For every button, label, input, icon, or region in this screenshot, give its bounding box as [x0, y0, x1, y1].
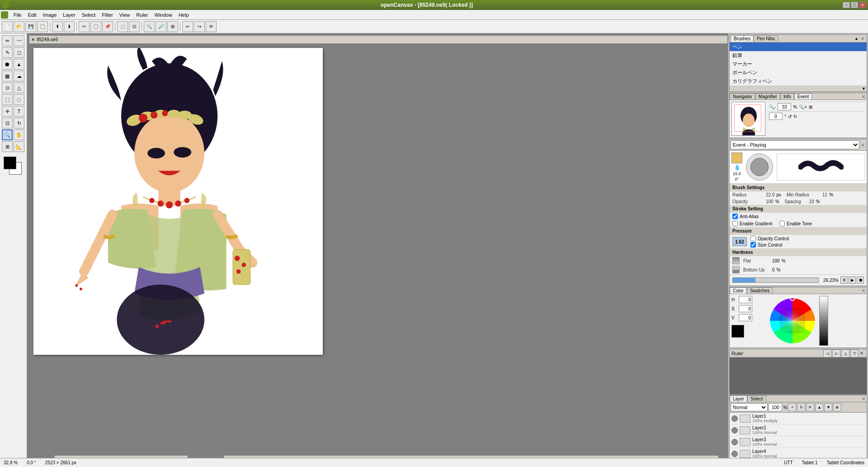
brightness-slider[interactable]	[819, 296, 828, 346]
layer-panel-close[interactable]: ✕	[860, 396, 867, 402]
deselect-button[interactable]: ⊡	[129, 21, 140, 32]
swatches-tab[interactable]: Swatches	[747, 287, 773, 294]
current-color-display[interactable]	[731, 325, 744, 338]
event-stop-btn[interactable]: ⏹	[857, 276, 864, 284]
bucket-tool[interactable]: ⬟	[2, 59, 13, 70]
nav-panel-close[interactable]: ✕	[860, 93, 867, 100]
dodge-tool[interactable]: ⊙	[2, 82, 13, 93]
brushes-scroll-down[interactable]: ▼	[862, 86, 866, 91]
new-button[interactable]: 📄	[2, 21, 13, 32]
ruler-tool[interactable]: 📐	[14, 141, 24, 152]
menu-view[interactable]: View	[117, 11, 133, 19]
magnifier-tab[interactable]: Magnifier	[755, 93, 780, 100]
enable-tone-checkbox[interactable]	[779, 221, 785, 226]
redo2-button[interactable]: ⟳	[206, 21, 217, 32]
save-button[interactable]: 💾	[25, 21, 36, 32]
event-pause-btn[interactable]: ⏸	[840, 276, 848, 284]
layer-opacity-input[interactable]	[769, 403, 782, 411]
menu-file[interactable]: File	[11, 11, 24, 19]
copy-button[interactable]: 📋	[90, 21, 101, 32]
anti-alias-checkbox[interactable]	[732, 214, 738, 219]
layer-new-btn[interactable]: +	[788, 403, 796, 411]
ruler-btn-4[interactable]: ▽	[850, 349, 859, 357]
layer-delete-btn[interactable]: ✕	[806, 403, 814, 411]
zoom-tool[interactable]: 🔍	[2, 129, 13, 140]
color-panel-close[interactable]: ✕	[860, 287, 867, 294]
nav-zoom-in-btn[interactable]: 🔍+	[799, 105, 807, 110]
brush-item-pen[interactable]: ペン	[730, 43, 867, 51]
event-dropdown[interactable]: Event - Playing	[731, 140, 859, 149]
color-wheel-svg[interactable]	[768, 296, 817, 346]
event-panel-close[interactable]: ✕	[859, 142, 866, 148]
gradient-tool[interactable]: ▦	[2, 71, 13, 81]
layer2-eye[interactable]	[731, 427, 738, 434]
pencil-tool[interactable]: ✎	[2, 47, 13, 58]
canvas-viewport[interactable]	[29, 43, 327, 360]
transform-tool[interactable]: ⊞	[2, 141, 13, 152]
color-tab[interactable]: Color	[730, 287, 747, 294]
pen-tool[interactable]: ✏	[2, 35, 13, 46]
nav-fit-btn[interactable]: ⊞	[809, 105, 812, 110]
brush-eyedropper-btn[interactable]: 💧	[731, 164, 742, 171]
airbrush-tool[interactable]: 〰	[14, 35, 24, 46]
brush-item-ballpen[interactable]: ボールペン	[730, 68, 867, 77]
move-tool[interactable]: ✛	[2, 106, 13, 117]
lasso-tool[interactable]: ◌	[14, 94, 24, 105]
event-play-btn[interactable]: ▶	[849, 276, 856, 284]
layer4-eye[interactable]	[731, 451, 738, 457]
rotate-tool[interactable]: ↻	[14, 118, 24, 129]
menu-layer[interactable]: Layer	[60, 11, 78, 19]
import-button[interactable]: ⬇	[64, 21, 75, 32]
hand-tool[interactable]: ✋	[14, 129, 24, 140]
brushes-panel-close[interactable]: ✕	[859, 35, 866, 42]
ruler-btn-1[interactable]: ◁	[823, 349, 831, 357]
selection-tool[interactable]: ⬚	[2, 94, 13, 105]
fit-button[interactable]: ⊞	[167, 21, 178, 32]
layer1-eye[interactable]	[731, 415, 738, 422]
crop-tool[interactable]: ⊡	[2, 118, 13, 129]
layer-item-layer1[interactable]: Layer1 100% Multiply	[730, 413, 867, 424]
foreground-color-box[interactable]	[4, 157, 16, 169]
menu-select[interactable]: Select	[79, 11, 99, 19]
menu-window[interactable]: Window	[152, 11, 175, 19]
minimize-button[interactable]: −	[843, 2, 850, 8]
select-tab[interactable]: Select	[747, 396, 766, 402]
info-tab[interactable]: Info	[780, 93, 794, 100]
nav-rotate-cw-btn[interactable]: ↻	[793, 114, 797, 119]
layer-item-layer3[interactable]: Layer3 100% Normal	[730, 436, 867, 448]
menu-help[interactable]: Help	[176, 11, 192, 19]
eraser-tool[interactable]: ◻	[14, 47, 24, 58]
maximize-button[interactable]: □	[851, 2, 858, 8]
ruler-btn-3[interactable]: △	[841, 349, 849, 357]
opacity-control-checkbox[interactable]	[750, 236, 756, 241]
close-button[interactable]: ✕	[859, 2, 866, 8]
menu-filter[interactable]: Filter	[99, 11, 115, 19]
paste-button[interactable]: 📌	[102, 21, 113, 32]
redo-button[interactable]: ↪	[194, 21, 205, 32]
ruler-btn-2[interactable]: ▷	[832, 349, 840, 357]
layer-merge-btn[interactable]: ⊕	[833, 403, 841, 411]
eyedropper-tool[interactable]: ▲	[14, 59, 24, 70]
v-input[interactable]	[739, 314, 752, 321]
burn-tool[interactable]: △	[14, 82, 24, 93]
enable-gradient-checkbox[interactable]	[732, 221, 738, 226]
brush-color-swatch[interactable]	[731, 152, 742, 163]
layer-blend-mode-select[interactable]: Normal	[731, 403, 768, 411]
zoom-in-button[interactable]: 🔍	[144, 21, 155, 32]
navigator-tab[interactable]: Navigator	[730, 93, 755, 100]
nav-rotation-input[interactable]	[769, 113, 783, 120]
nav-zoom-input[interactable]	[778, 103, 791, 110]
ruler-panel-close[interactable]: ✕	[859, 350, 865, 357]
canvas-area[interactable]: ✕ 85249.oe5	[27, 33, 728, 467]
nav-rotate-ccw-btn[interactable]: ↺	[788, 114, 792, 119]
open-button[interactable]: 📂	[14, 21, 24, 32]
color-swatch-area[interactable]	[4, 157, 24, 176]
cut-button[interactable]: ✂	[79, 21, 90, 32]
size-control-checkbox[interactable]	[750, 242, 756, 248]
brush-item-calligraphy[interactable]: カリグラフィペン	[730, 77, 867, 86]
select-all-button[interactable]: ⬚	[117, 21, 128, 32]
layer-up-btn[interactable]: ▲	[815, 403, 823, 411]
undo-button[interactable]: ↩	[182, 21, 193, 32]
menu-ruler[interactable]: Ruler	[134, 11, 151, 19]
layer-down-btn[interactable]: ▼	[824, 403, 832, 411]
